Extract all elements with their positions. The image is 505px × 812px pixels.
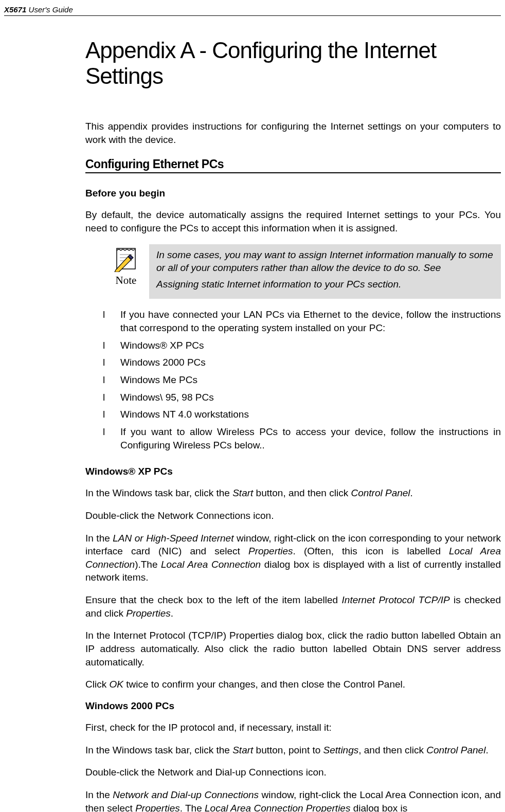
list-item: lIf you have connected your LAN PCs via … <box>103 308 501 334</box>
xp-step-6: Click OK twice to confirm your changes, … <box>85 678 501 691</box>
before-you-begin-paragraph: By default, the device automatically ass… <box>85 208 501 234</box>
list-item: lWindows NT 4.0 workstations <box>103 408 501 421</box>
header-product: X5671 <box>4 5 26 14</box>
text-run: . <box>410 488 413 498</box>
note-icon <box>113 247 139 272</box>
section-config-ethernet: Configuring Ethernet PCs <box>85 157 501 173</box>
xp-step-2: Double-click the Network Connections ico… <box>85 509 501 522</box>
text-run: In the <box>85 789 113 800</box>
text-run-italic: Local Area Connection Properties <box>205 803 350 813</box>
w2k-step-1: First, check for the IP protocol and, if… <box>85 721 501 734</box>
text-run-italic: Network and Dial-up Connections <box>113 789 259 800</box>
text-run: , and then click <box>358 745 426 755</box>
text-run-italic: Local Area Connection <box>161 559 261 570</box>
list-item-text: Windows\ 95, 98 PCs <box>120 391 501 404</box>
note-icon-cell: Note <box>103 244 149 299</box>
intro-paragraph: This appendix provides instructions for … <box>85 120 501 146</box>
text-run: ).The <box>135 559 161 570</box>
list-item: lWindows 2000 PCs <box>103 356 501 369</box>
list-item: lWindows\ 95, 98 PCs <box>103 391 501 404</box>
list-item-text: If you want to allow Wireless PCs to acc… <box>120 425 501 452</box>
text-run: button, and then click <box>253 488 351 498</box>
bullet-marker: l <box>103 391 120 404</box>
text-run: Click <box>85 679 109 690</box>
text-run-italic: Control Panel <box>426 745 485 755</box>
list-item-text: Windows NT 4.0 workstations <box>120 408 501 421</box>
text-run-italic: LAN or High-Speed Internet <box>113 533 233 544</box>
w2k-step-4: In the Network and Dial-up Connections w… <box>85 788 501 812</box>
bullet-marker: l <box>103 408 120 421</box>
note-line1: In some cases, you may want to assign In… <box>156 248 494 275</box>
bullet-list: lIf you have connected your LAN PCs via … <box>103 308 501 452</box>
xp-step-5: In the Internet Protocol (TCP/IP) Proper… <box>85 629 501 669</box>
w2k-step-2: In the Windows task bar, click the Start… <box>85 744 501 757</box>
page-header: X5671 User's Guide <box>4 5 501 16</box>
list-item: lIf you want to allow Wireless PCs to ac… <box>103 425 501 452</box>
before-you-begin-heading: Before you begin <box>85 188 501 199</box>
text-run-italic: Internet Protocol TCP/IP <box>342 594 450 605</box>
note-body: In some cases, you may want to assign In… <box>149 244 501 299</box>
list-item-text: Windows Me PCs <box>120 373 501 387</box>
text-run: . <box>171 608 173 619</box>
list-item: lWindows Me PCs <box>103 373 501 387</box>
text-run: In the <box>85 533 113 544</box>
bullet-marker: l <box>103 339 120 352</box>
bullet-marker: l <box>103 308 120 334</box>
text-run: twice to confirm your changes, and then … <box>123 679 405 690</box>
list-item-text: Windows® XP PCs <box>120 339 501 352</box>
xp-step-3: In the LAN or High-Speed Internet window… <box>85 532 501 585</box>
note-label: Note <box>103 274 149 287</box>
w2k-step-3: Double-click the Network and Dial-up Con… <box>85 766 501 779</box>
text-run-italic: Start <box>232 488 253 498</box>
text-run-italic: Properties <box>248 546 293 556</box>
text-run-italic: Properties <box>126 608 171 619</box>
text-run: . (Often, this icon is labelled <box>293 546 449 556</box>
windows-2000-heading: Windows 2000 PCs <box>85 700 501 712</box>
bullet-marker: l <box>103 373 120 387</box>
text-run-italic: Control Panel <box>351 488 410 498</box>
text-run: . The <box>180 803 205 813</box>
page-title: Appendix A - Configuring the Internet Se… <box>85 38 501 89</box>
text-run-italic: OK <box>109 679 123 690</box>
header-guide: User's Guide <box>26 5 73 14</box>
bullet-marker: l <box>103 425 120 452</box>
list-item: lWindows® XP PCs <box>103 339 501 352</box>
text-run-italic: Start <box>232 745 253 755</box>
note-block: Note In some cases, you may want to assi… <box>103 244 501 299</box>
text-run: button, point to <box>253 745 323 755</box>
note-line2: Assigning static Internet information to… <box>156 278 494 291</box>
text-run-italic: Settings <box>323 745 359 755</box>
windows-xp-heading: Windows® XP PCs <box>85 466 501 477</box>
bullet-marker: l <box>103 356 120 369</box>
text-run: Ensure that the check box to the left of… <box>85 594 342 605</box>
list-item-text: Windows 2000 PCs <box>120 356 501 369</box>
xp-step-1: In the Windows task bar, click the Start… <box>85 486 501 500</box>
xp-step-4: Ensure that the check box to the left of… <box>85 593 501 620</box>
list-item-text: If you have connected your LAN PCs via E… <box>120 308 501 334</box>
text-run: In the Windows task bar, click the <box>85 745 232 755</box>
text-run: . <box>485 745 488 755</box>
text-run: In the Windows task bar, click the <box>85 488 232 498</box>
text-run-italic: Properties <box>135 803 180 813</box>
text-run: dialog box is <box>350 803 407 813</box>
